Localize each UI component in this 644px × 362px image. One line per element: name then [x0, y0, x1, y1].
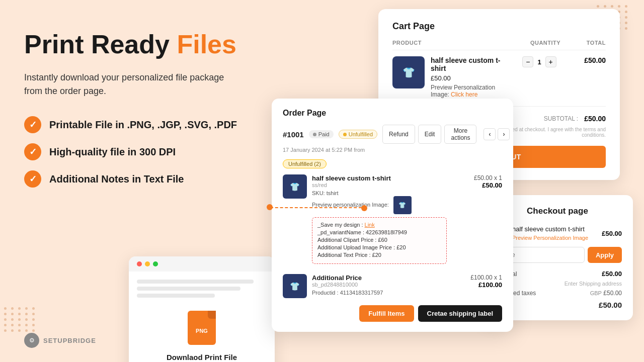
cart-item-preview: Preview Personalization Image: Click her…	[431, 84, 513, 98]
more-actions-button[interactable]: More actions	[444, 125, 476, 144]
order-line-2-details: Additional Price sb_pd2848810000 Product…	[312, 274, 447, 296]
logo-icon: ⚙	[24, 333, 39, 348]
badge-dot-unfulfilled	[343, 133, 347, 136]
title-black: Print Ready	[24, 30, 170, 59]
order-thumb-1: 👕	[283, 174, 307, 199]
checkout-preview-link[interactable]: Preview Personalization Image	[512, 235, 588, 241]
order-line-2-total: £100.00	[452, 281, 502, 289]
unfulfilled-badge: Unfulfilled (2)	[283, 159, 327, 168]
connector-dashed-line	[270, 207, 362, 208]
download-card-body: PNG Downlaod Print File 20%	[129, 272, 275, 362]
hl-clipart: Additional Clipart Price : £60	[317, 237, 441, 243]
cart-item-total: £50.00	[566, 56, 606, 64]
logo-area: ⚙ SETUPBRIDGE	[24, 333, 96, 348]
checkout-item-price: £50.00	[602, 230, 622, 237]
edit-button[interactable]: Edit	[418, 125, 442, 144]
taxes-amount: £50.00	[603, 290, 622, 297]
qty-increase-button[interactable]: +	[545, 56, 556, 67]
taxes-currency: GBP	[590, 290, 602, 296]
file-lines	[137, 280, 267, 301]
window-dot-green	[153, 261, 158, 266]
decorative-dots-bottom-left	[4, 307, 36, 332]
nav-prev-button[interactable]: ‹	[484, 128, 496, 140]
taxes-val: GBP £50.00	[590, 290, 622, 297]
order-footer: Fulfill Items Cretae shipping label	[283, 305, 502, 322]
cart-item-thumbnail: 👕	[392, 56, 425, 88]
order-line-1-pricing: £50.00 x 1 £50.00	[452, 174, 502, 189]
nav-next-button[interactable]: ›	[498, 128, 510, 140]
order-nav: ‹ ›	[484, 128, 510, 140]
order-line-2-pricing: £100.00 x 1 £100.00	[452, 274, 502, 289]
download-card-header	[129, 256, 275, 272]
order-line-2-productid: Productid : 41134183317597	[312, 290, 447, 296]
check-icon-1	[24, 116, 41, 133]
cart-table-header: PRODUCT QUANTITY TOTAL	[392, 40, 606, 50]
shipping-label-button[interactable]: Cretae shipping label	[418, 305, 502, 322]
logo-text: SETUPBRIDGE	[43, 337, 96, 344]
order-sku: SKU: tshirt	[312, 190, 447, 196]
order-preview-img: 👕	[393, 196, 412, 214]
cart-qty: − 1 +	[519, 56, 559, 67]
order-line-2-price: £100.00 x 1	[452, 274, 502, 281]
badge-paid: Paid	[309, 130, 334, 138]
order-preview-label: Preview personalization Image: 👕	[312, 196, 447, 214]
order-header: #1001 Paid Unfulfilled Refund Edit More …	[283, 125, 502, 144]
hl-save-label: _Save my design :	[317, 222, 363, 228]
cart-col-qty: QUANTITY	[525, 40, 566, 46]
order-line-2-sku: sb_pd2848810000	[312, 282, 447, 288]
connector-dot-right	[361, 205, 367, 211]
hl-variant: _pd_variantName : 422639818l7949	[317, 229, 441, 235]
apply-button[interactable]: Apply	[588, 247, 622, 263]
download-title: Downlaod Print File	[167, 353, 237, 361]
file-line-1	[137, 280, 254, 284]
order-line-2-name: Additional Price	[312, 274, 447, 282]
order-variant: ss/red	[312, 182, 447, 188]
cart-card-title: Cart Page	[392, 21, 606, 32]
checklist-label-1: Printable File in .PNG, .JGP, .SVG, .PDF	[49, 119, 237, 131]
checklist-item-3: Additional Notes in Text File	[24, 170, 296, 188]
check-icon-3	[24, 170, 41, 188]
highlight-box: _Save my design : Link _pd_variantName :…	[312, 217, 447, 264]
order-line-1-name: half sleeve custom t-shirt	[312, 174, 447, 182]
fulfill-items-button[interactable]: Fulfill Items	[359, 305, 414, 322]
order-line-1-details: half sleeve custom t-shirt ss/red SKU: t…	[312, 174, 447, 267]
preview-link[interactable]: Click here	[451, 91, 477, 98]
checklist-label-2: High-quality file in 300 DPI	[49, 146, 176, 158]
subtotal-val: £50.00	[584, 115, 606, 123]
qty-value: 1	[537, 58, 541, 66]
qty-decrease-button[interactable]: −	[522, 56, 533, 67]
check-icon-2	[24, 143, 41, 160]
cart-col-product: PRODUCT	[392, 40, 525, 46]
badge-paid-label: Paid	[318, 131, 330, 137]
checkout-subtotal-val: £50.00	[602, 270, 622, 278]
png-file: PNG	[188, 311, 216, 345]
hl-save-design: _Save my design : Link	[317, 222, 441, 228]
badge-unfulfilled: Unfulfilled	[339, 130, 377, 139]
left-panel: Print Ready Files Instantly download you…	[24, 30, 296, 198]
subtotal-label: SUBTOTAL :	[544, 115, 578, 122]
file-line-3	[137, 294, 215, 298]
order-thumb-2: 👕	[283, 274, 307, 298]
title-orange: Files	[177, 30, 236, 59]
refund-button[interactable]: Refund	[382, 125, 415, 144]
order-card-title: Order Page	[283, 109, 502, 118]
order-card: Order Page #1001 Paid Unfulfilled Refund…	[272, 99, 513, 332]
order-line-1-price: £50.00 x 1	[452, 174, 502, 182]
total-val: £50.00	[599, 301, 622, 309]
cart-item-name: half sleeve custom t-shirt	[431, 56, 513, 72]
cart-item-price: £50.00	[431, 74, 513, 82]
subtitle: Instantly download your personalized fil…	[24, 71, 235, 98]
window-dot-red	[137, 261, 142, 266]
cart-item-details: half sleeve custom t-shirt £50.00 Previe…	[431, 56, 513, 98]
order-line-1-total: £50.00	[452, 182, 502, 189]
main-title: Print Ready Files	[24, 30, 296, 59]
png-file-label: PNG	[196, 328, 208, 334]
hl-text: Additional Text Price : £20	[317, 252, 441, 258]
hl-save-link[interactable]: Link	[365, 222, 375, 228]
checkout-item-name: half sleeve custom t-shirt	[512, 225, 597, 233]
checklist: Printable File in .PNG, .JGP, .SVG, .PDF…	[24, 116, 296, 188]
connector-dot-left	[267, 204, 273, 210]
order-number: #1001	[283, 130, 304, 139]
cart-col-total: TOTAL	[566, 40, 606, 46]
order-line-1: 👕 half sleeve custom t-shirt ss/red SKU:…	[283, 174, 502, 267]
